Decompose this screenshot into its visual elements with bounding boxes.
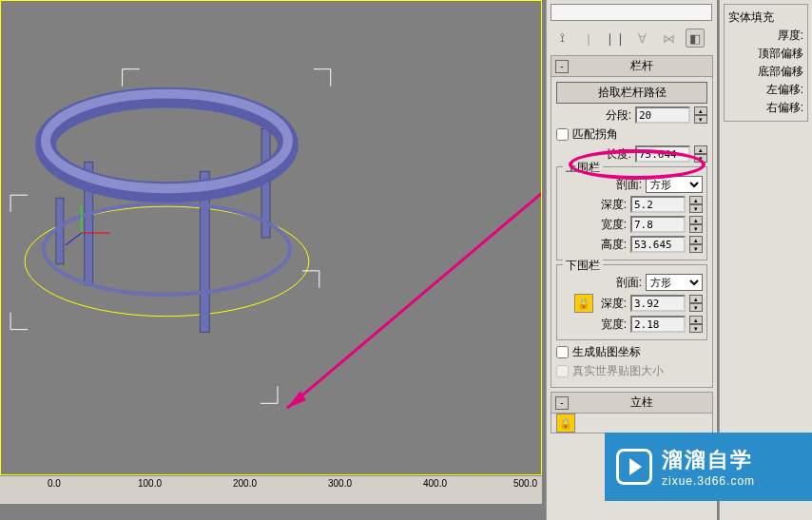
spinner-down[interactable]: ▾ [689,303,703,312]
spinner-up[interactable]: ▴ [689,216,703,224]
spinner-down[interactable]: ▾ [689,204,703,213]
group-upper-rail: 上围栏 剖面: 方形 深度: ▴▾ 宽度: ▴▾ 高度: [556,166,707,260]
spinner-up[interactable]: ▴ [689,295,703,303]
left-offset-label: 左偏移: [728,81,803,99]
rollout-header-post[interactable]: - 立柱 [551,393,712,414]
svg-line-10 [66,233,82,245]
group-solid-fill: 实体填充 厚度: 顶部偏移 底部偏移 左偏移: 右偏移: [724,4,808,122]
pin-icon[interactable]: ⟟ [552,29,571,48]
rollout-post: - 立柱 🔒 [551,392,713,433]
lock-icon[interactable]: 🔒 [556,414,575,433]
svg-rect-4 [56,198,64,264]
svg-point-7 [46,94,288,189]
segment-input[interactable] [635,106,690,124]
profile-select[interactable]: 方形 [646,274,703,291]
watermark-cn: 溜溜自学 [662,446,755,474]
match-corners-checkbox[interactable] [556,128,569,141]
ruler-tick-label: 200.0 [233,478,257,489]
rollout-toggle[interactable]: - [555,396,569,410]
preview-box [551,4,712,21]
match-corners-label: 匹配拐角 [572,126,618,143]
width-input[interactable] [630,216,686,233]
spinner-down[interactable]: ▾ [689,324,703,333]
right-offset-label: 右偏移: [728,99,803,117]
spinner-up[interactable]: ▴ [689,236,703,244]
profile-label: 剖面: [616,177,642,193]
tool-icon-2[interactable]: ∀ [632,29,651,48]
length-input[interactable] [635,145,690,163]
spinner-up[interactable]: ▴ [694,106,707,115]
top-offset-label: 顶部偏移 [728,45,803,63]
rollout-railing: - 栏杆 拾取栏杆路径 分段: ▴▾ 匹配拐角 长度: ▴▾ [551,55,713,388]
tool-icon-1[interactable]: ❘❘ [606,29,625,48]
divider: | [579,29,598,48]
ruler-tick-label: 100.0 [138,478,162,489]
watermark: 溜溜自学 zixue.3d66.com [605,433,812,501]
pick-path-button[interactable]: 拾取栏杆路径 [556,82,707,104]
depth-input[interactable] [630,295,686,312]
width-label: 宽度: [601,317,627,333]
lock-icon[interactable]: 🔒 [574,294,593,313]
rollout-toggle[interactable]: - [555,60,569,73]
rollout-header-railing[interactable]: - 栏杆 [551,56,712,77]
profile-select[interactable]: 方形 [646,176,703,193]
ruler-tick-label: 400.0 [423,478,447,489]
depth-input[interactable] [630,196,686,213]
viewport[interactable] [0,0,542,475]
ruler-tick-label: 0.0 [48,478,61,489]
real-world-checkbox [556,365,569,377]
height-label: 高度: [601,237,627,253]
group-label: 上围栏 [563,160,603,176]
bottom-offset-label: 底部偏移 [728,63,803,81]
spinner-down[interactable]: ▾ [694,154,707,163]
generate-uvs-checkbox[interactable] [556,346,569,358]
generate-uvs-label: 生成贴图坐标 [572,344,641,360]
profile-label: 剖面: [616,275,642,291]
tool-icon-3[interactable]: ⋈ [659,29,678,48]
width-label: 宽度: [601,217,627,233]
ruler-tick-label: 500.0 [513,478,537,489]
ruler-tick-label: 300.0 [328,478,352,489]
spinner-up[interactable]: ▴ [689,196,703,204]
spinner-up[interactable]: ▴ [694,145,707,154]
ruler-x: 0.0 100.0 200.0 300.0 400.0 500.0 [0,475,542,504]
launch-icon[interactable]: ◧ [686,29,705,48]
depth-label: 深度: [601,197,627,213]
length-label: 长度: [606,146,631,163]
spinner-down[interactable]: ▾ [689,224,703,233]
depth-label: 深度: [601,296,627,312]
segment-label: 分段: [606,107,631,124]
spinner-down[interactable]: ▾ [694,115,707,124]
svg-line-11 [287,162,541,408]
play-icon [616,449,652,485]
width-input[interactable] [630,316,686,333]
rollout-title: 立柱 [574,395,708,411]
spinner-down[interactable]: ▾ [689,244,703,253]
toolbar-icons: ⟟ | ❘❘ ∀ ⋈ ◧ [551,25,713,51]
group-lower-rail: 下围栏 剖面: 方形 🔒 深度: ▴▾ 宽度: ▴▾ [556,264,707,340]
rollout-title: 栏杆 [574,58,708,74]
group-label: 下围栏 [563,258,603,274]
height-input[interactable] [630,236,686,253]
spinner-up[interactable]: ▴ [689,316,703,324]
real-world-label: 真实世界贴图大小 [572,363,664,379]
thickness-label: 厚度: [728,27,803,45]
svg-point-5 [44,203,290,295]
solid-fill-label: 实体填充 [728,9,803,27]
watermark-url: zixue.3d66.com [662,474,755,488]
